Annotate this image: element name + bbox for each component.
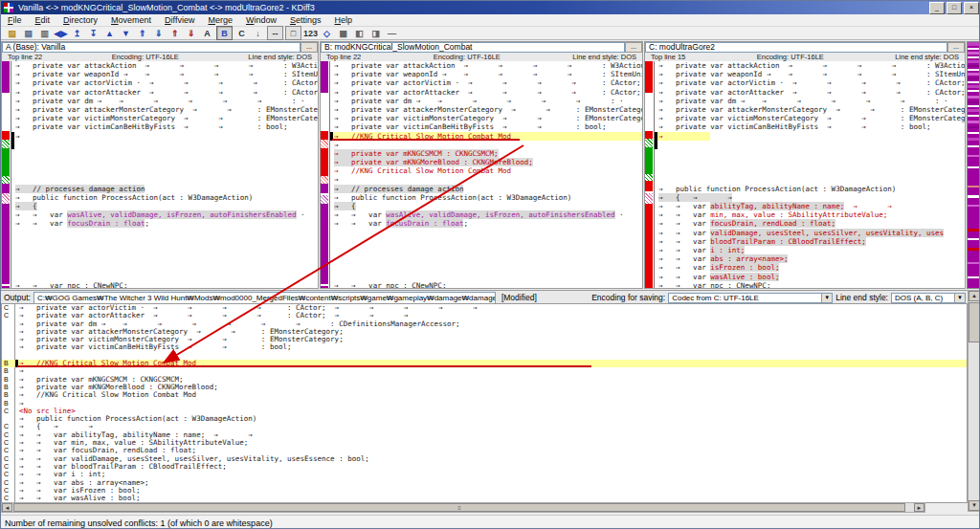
open-icon[interactable]: ▨ xyxy=(5,27,19,39)
code-line[interactable]: C→ → var abs : array<name>; xyxy=(2,479,967,487)
code-line[interactable]: → xyxy=(655,132,965,141)
encoding-dropdown[interactable]: Codec from C: UTF-16LE ▼ xyxy=(668,293,833,303)
code-line[interactable]: → private var attackAction → → → → : W3A… xyxy=(655,61,965,70)
code-line[interactable]: C→ → var i : int; xyxy=(2,471,967,478)
code-line[interactable]: → private var mKNGMoreBlood : CKNGMoreBl… xyxy=(330,158,642,166)
code-line[interactable] xyxy=(330,254,642,263)
code-line[interactable]: → → var npc : CNewNPC; xyxy=(11,281,318,288)
code-line[interactable]: → → var wasAlive, validDamage, isFrozen,… xyxy=(330,210,642,219)
code-line[interactable]: → private var attackAction → → → → : W3A… xyxy=(11,61,318,70)
code-line[interactable] xyxy=(655,149,965,158)
code-line[interactable]: B→ //KNG Critical Slow Motion Combat Mod xyxy=(2,360,967,367)
code-line[interactable] xyxy=(11,237,318,246)
code-line[interactable]: B→ xyxy=(2,400,967,408)
code-line[interactable]: → → var i : int; xyxy=(655,246,965,254)
code-line[interactable] xyxy=(330,229,642,237)
menu-item-diffview[interactable]: Diffview xyxy=(158,15,201,25)
go-last-delta-icon[interactable]: ↧ xyxy=(86,27,100,39)
code-line[interactable] xyxy=(330,237,642,246)
select-line-c-icon[interactable]: C xyxy=(234,27,249,39)
menu-item-file[interactable]: File xyxy=(1,15,29,25)
code-line[interactable] xyxy=(655,158,965,166)
menu-item-directory[interactable]: Directory xyxy=(56,15,104,25)
code-line[interactable]: → private var victimMonsterCategory → → … xyxy=(2,336,967,343)
code-line[interactable] xyxy=(11,175,318,184)
show-line-numbers-icon[interactable]: 123 xyxy=(303,27,318,39)
print-icon[interactable]: ▥ xyxy=(37,27,52,39)
menu-item-merge[interactable]: Merge xyxy=(201,15,239,25)
code-line[interactable]: → { xyxy=(330,202,642,210)
overview-icon[interactable]: ◇ xyxy=(320,27,334,39)
diff-overview-column[interactable] xyxy=(967,41,980,289)
code-line[interactable]: → → var wasAlive : bool; xyxy=(655,273,965,281)
code-line[interactable]: → → var validDamage, usesSteel, usesSilv… xyxy=(655,229,965,237)
code-line[interactable]: → private var actorVictim · → → → → : CA… xyxy=(330,78,642,87)
code-line[interactable]: C→ { → → xyxy=(2,423,967,430)
line-end-dropdown[interactable]: DOS (A, B, C) ▼ xyxy=(891,293,966,303)
layout-window-icon[interactable]: ◨ xyxy=(368,27,383,39)
code-line[interactable]: → public function ProcessAction(act : W3… xyxy=(655,185,965,193)
pane-b-browse-button[interactable]: ... xyxy=(625,42,642,53)
code-line[interactable] xyxy=(11,254,318,263)
go-prev-conflict-icon[interactable]: ⇑ xyxy=(135,27,149,39)
pane-c-summary-column[interactable] xyxy=(645,61,653,288)
toolbar-dash-icon[interactable]: — xyxy=(385,27,399,39)
code-line[interactable]: → private var victimCanBeHitByFists → → … xyxy=(11,122,318,131)
code-line[interactable]: → public function ProcessAction(act : W3… xyxy=(11,193,318,202)
code-line[interactable]: → private var weaponId → → → → → : SItem… xyxy=(330,70,642,78)
code-line[interactable]: → → var isFrozen : bool; xyxy=(655,263,965,272)
code-line[interactable] xyxy=(11,273,318,281)
code-line[interactable]: → private var actorAttacker → → → → : CA… xyxy=(655,88,965,97)
code-line[interactable] xyxy=(655,141,965,149)
vertical-scroll-thumb[interactable] xyxy=(969,302,980,342)
code-line[interactable]: → private var dm → → → → → → : · xyxy=(11,97,318,105)
code-line[interactable]: → private var actorAttacker → → → → : CA… xyxy=(330,88,642,97)
code-line[interactable]: → → var min, max, value : SAbilityAttrib… xyxy=(655,210,965,219)
code-line[interactable]: → private var victimCanBeHitByFists → → … xyxy=(655,122,965,131)
code-line[interactable]: → private var victimMonsterCategory → → … xyxy=(330,114,642,122)
code-line[interactable]: B→ //KNG Critical Slow Motion Combat Mod xyxy=(2,391,967,399)
code-line[interactable]: C→ → var isFrozen : bool; xyxy=(2,487,967,495)
pane-b-summary-column[interactable] xyxy=(321,61,328,288)
code-line[interactable] xyxy=(11,158,318,166)
minimize-button[interactable]: _ xyxy=(929,2,945,14)
code-line[interactable]: C→ → var focusDrain, rendLoad : float; xyxy=(2,447,967,454)
show-whitespace-icon[interactable]: -- xyxy=(267,26,283,40)
code-line[interactable]: → private var weaponId → → → → → : SItem… xyxy=(655,70,965,78)
go-next-unsolved-conflict-icon[interactable]: ⇓ xyxy=(184,27,198,39)
output-path-field[interactable]: C:₩GOG Games₩The Witcher 3 Wild Hunt₩Mod… xyxy=(33,292,496,304)
pane-a-browse-button[interactable]: ... xyxy=(301,42,318,53)
code-line[interactable]: C→ → var abilityTag, abilityName : name;… xyxy=(2,431,967,439)
code-line[interactable]: C<No src line> xyxy=(2,408,967,415)
code-line[interactable]: C→ → var validDamage, usesSteel, usesSil… xyxy=(2,455,967,463)
code-line[interactable]: → → var abs : array<name>; xyxy=(655,254,965,263)
code-line[interactable]: → private var attackerMonsterCategory → … xyxy=(2,328,967,336)
go-current-delta-icon[interactable]: ◀▶ xyxy=(54,27,68,39)
menu-item-help[interactable]: Help xyxy=(328,15,360,25)
menu-item-edit[interactable]: Edit xyxy=(29,15,57,25)
code-line[interactable]: → → var focusDrain, rendLoad : float; xyxy=(655,219,965,228)
code-line[interactable] xyxy=(11,166,318,175)
code-line[interactable]: → private var mKNGCSMCM : CKNGCSMCM; xyxy=(330,149,642,158)
code-line[interactable]: → private var attackAction → → → → : W3A… xyxy=(330,61,642,70)
join-window-icon[interactable]: ◧ xyxy=(352,27,367,39)
scroll-right-icon[interactable]: ► xyxy=(914,503,924,512)
go-prev-delta-icon[interactable]: ▲ xyxy=(102,27,117,39)
pane-a-summary-column[interactable] xyxy=(2,61,10,288)
select-line-b-icon[interactable]: B xyxy=(216,26,233,40)
code-line[interactable]: → private var weaponId → → → → → : SItem… xyxy=(11,70,318,78)
code-line[interactable]: → public function ProcessAction(act : W3… xyxy=(2,415,967,423)
code-line[interactable] xyxy=(330,263,642,272)
code-line[interactable]: → private var dm → → → → → → → : CDefini… xyxy=(2,320,967,328)
output-vertical-scrollbar[interactable]: ▲ ▼ xyxy=(968,290,980,512)
code-line[interactable]: → xyxy=(330,141,642,149)
code-line[interactable]: → private var victimCanBeHitByFists → → … xyxy=(2,343,967,351)
code-line[interactable]: → → var npc : CNewNPC; xyxy=(655,281,965,288)
code-line[interactable]: C→ → var bloodTrailParam : CBloodTrailEf… xyxy=(2,463,967,471)
code-line[interactable]: → xyxy=(11,132,318,141)
scroll-left-icon[interactable]: ◄ xyxy=(2,503,12,512)
close-button[interactable]: × xyxy=(964,2,979,14)
code-line[interactable]: → private var attackerMonsterCategory → … xyxy=(330,105,642,114)
code-line[interactable]: → private var victimMonsterCategory → → … xyxy=(11,114,318,122)
output-horizontal-scrollbar[interactable]: ◄ ≡ ► xyxy=(1,502,925,513)
